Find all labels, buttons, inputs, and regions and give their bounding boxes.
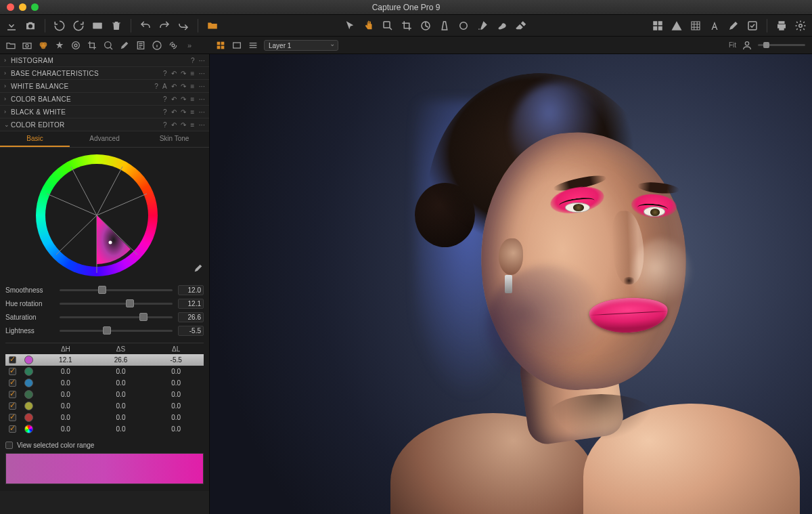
color-tab-icon[interactable] [38, 40, 49, 51]
panel-action-icon[interactable]: ? [154, 83, 158, 90]
eyedropper-icon[interactable] [193, 263, 204, 274]
browser-filmstrip-icon[interactable] [231, 40, 242, 51]
capture-tab-icon[interactable] [22, 40, 32, 51]
row-checkbox[interactable] [9, 414, 16, 421]
panel-action-icon[interactable]: ? [163, 108, 167, 116]
user-icon[interactable] [742, 40, 752, 51]
trash-icon[interactable] [110, 20, 122, 32]
card-icon[interactable] [91, 20, 104, 32]
exposure-tab-icon[interactable] [54, 40, 65, 51]
focus-mask-icon[interactable] [690, 20, 702, 32]
rotate-cw-icon[interactable] [72, 20, 85, 32]
panel-action-icon[interactable]: ≡ [191, 121, 195, 129]
more-tabs-icon[interactable]: » [184, 40, 195, 51]
process-icon[interactable] [794, 20, 807, 32]
view-range-checkbox[interactable] [5, 442, 13, 449]
brush-icon[interactable] [476, 20, 489, 32]
grid-view-icon[interactable] [652, 20, 664, 32]
library-tab-icon[interactable] [5, 40, 16, 51]
mask-brush-icon[interactable] [495, 20, 508, 32]
color-wheel[interactable] [36, 154, 158, 276]
keystone-icon[interactable] [438, 20, 451, 32]
row-checkbox[interactable] [9, 368, 16, 375]
eraser-icon[interactable] [514, 20, 526, 32]
proof-icon[interactable] [746, 20, 759, 32]
row-checkbox[interactable] [9, 402, 16, 410]
panel-header-black-white[interactable]: › BLACK & WHITE ?↶↷≡··· [0, 106, 209, 119]
panel-action-icon[interactable]: ··· [199, 108, 205, 116]
loupe-icon[interactable] [382, 20, 394, 32]
panel-action-icon[interactable]: ≡ [191, 108, 195, 116]
annotations-icon[interactable] [708, 20, 721, 32]
color-editor-tab-skin-tone[interactable]: Skin Tone [139, 131, 209, 147]
import-icon[interactable] [5, 20, 18, 32]
redo-alt-icon[interactable] [177, 20, 189, 32]
adjust-tab-icon[interactable] [119, 40, 130, 51]
folder-icon[interactable] [206, 20, 219, 32]
panel-action-icon[interactable]: ↶ [171, 70, 177, 77]
panel-action-icon[interactable]: ↷ [181, 70, 186, 77]
hue-slider[interactable] [60, 303, 173, 305]
color-editor-tab-advanced[interactable]: Advanced [70, 131, 139, 147]
rotate-ccw-icon[interactable] [53, 20, 66, 32]
delta-row[interactable]: 0.00.00.0 [5, 423, 204, 435]
crop-icon[interactable] [401, 20, 413, 32]
cursor-icon[interactable] [344, 20, 356, 32]
delta-row[interactable]: 0.00.00.0 [5, 366, 204, 377]
info-tab-icon[interactable] [152, 40, 162, 51]
panel-action-icon[interactable]: ··· [199, 83, 205, 90]
delta-row[interactable]: 0.00.00.0 [5, 400, 204, 412]
panel-action-icon[interactable]: ↷ [181, 108, 186, 116]
panel-action-icon[interactable]: ? [163, 95, 167, 103]
zoom-fit-label[interactable]: Fit [729, 41, 736, 49]
zoom-slider[interactable] [758, 44, 805, 46]
delta-row[interactable]: 0.00.00.0 [5, 412, 204, 423]
output-tab-icon[interactable] [168, 40, 179, 51]
panel-header-histogram[interactable]: › HISTOGRAM ?··· [0, 54, 209, 67]
details-tab-icon[interactable] [103, 40, 114, 51]
exposure-warning-icon[interactable] [671, 20, 683, 32]
redo-icon[interactable] [158, 20, 171, 32]
lens-tab-icon[interactable] [70, 40, 81, 51]
panel-header-color-editor[interactable]: ⌄ COLOR EDITOR ?↶↷≡··· [0, 119, 209, 131]
layer-select[interactable]: Layer 1 [264, 40, 338, 51]
hue-value[interactable]: 12.1 [178, 299, 204, 309]
print-icon[interactable] [775, 20, 788, 32]
panel-action-icon[interactable]: ··· [199, 57, 205, 64]
browser-list-icon[interactable] [248, 40, 258, 51]
row-checkbox[interactable] [9, 425, 16, 433]
spot-icon[interactable] [457, 20, 470, 32]
saturation-slider[interactable] [60, 316, 173, 318]
saturation-value[interactable]: 26.6 [178, 312, 204, 322]
smoothness-value[interactable]: 12.0 [178, 285, 204, 295]
hand-icon[interactable] [363, 20, 375, 32]
panel-action-icon[interactable]: ? [163, 70, 167, 77]
panel-action-icon[interactable]: ≡ [191, 83, 195, 90]
panel-action-icon[interactable]: ≡ [191, 95, 195, 103]
row-checkbox[interactable] [9, 356, 16, 364]
panel-action-icon[interactable]: ↶ [171, 121, 177, 129]
panel-action-icon[interactable]: ··· [199, 121, 205, 129]
panel-header-white-balance[interactable]: › WHITE BALANCE ?A↶↷≡··· [0, 80, 209, 93]
panel-action-icon[interactable]: ··· [199, 70, 205, 77]
lightness-value[interactable]: -5.5 [178, 326, 204, 336]
delta-row[interactable]: 12.126.6-5.5 [5, 354, 204, 366]
panel-action-icon[interactable]: ↷ [181, 121, 186, 129]
smoothness-slider[interactable] [60, 289, 173, 291]
row-checkbox[interactable] [9, 379, 16, 387]
picker-tool-icon[interactable] [727, 20, 740, 32]
panel-action-icon[interactable]: ≡ [191, 70, 195, 77]
capture-icon[interactable] [24, 20, 37, 32]
delta-row[interactable]: 0.00.00.0 [5, 389, 204, 400]
panel-header-color-balance[interactable]: › COLOR BALANCE ?↶↷≡··· [0, 93, 209, 106]
panel-action-icon[interactable]: ? [191, 57, 195, 64]
panel-action-icon[interactable]: ↶ [171, 83, 177, 90]
panel-action-icon[interactable]: ↶ [171, 108, 177, 116]
panel-action-icon[interactable]: ··· [199, 95, 205, 103]
browser-grid-icon[interactable] [215, 40, 226, 51]
lightness-slider[interactable] [60, 330, 173, 332]
panel-action-icon[interactable]: A [162, 83, 167, 90]
panel-action-icon[interactable]: ↶ [171, 95, 177, 103]
panel-action-icon[interactable]: ↷ [181, 83, 186, 90]
panel-header-base-characteristics[interactable]: › BASE CHARACTERISTICS ?↶↷≡··· [0, 67, 209, 80]
